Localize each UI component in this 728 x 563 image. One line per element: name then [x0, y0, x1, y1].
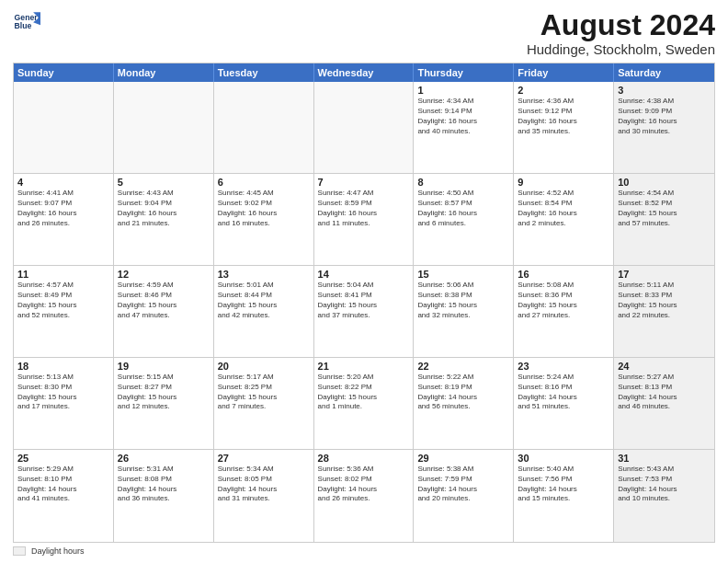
day-number: 10 — [618, 177, 711, 188]
day-number: 21 — [318, 361, 410, 372]
day-info: Sunrise: 5:20 AM Sunset: 8:22 PM Dayligh… — [318, 373, 410, 412]
day-number: 19 — [118, 361, 210, 372]
day-info: Sunrise: 5:01 AM Sunset: 8:44 PM Dayligh… — [218, 281, 310, 320]
day-info: Sunrise: 5:34 AM Sunset: 8:05 PM Dayligh… — [218, 465, 310, 504]
day-number: 22 — [417, 361, 509, 372]
day-number: 8 — [417, 177, 509, 188]
legend-label: Daylight hours — [31, 546, 85, 556]
weekday-header: Saturday — [614, 63, 714, 82]
calendar-week: 4Sunrise: 4:41 AM Sunset: 9:07 PM Daylig… — [14, 174, 714, 266]
day-number: 2 — [518, 85, 609, 96]
day-info: Sunrise: 4:50 AM Sunset: 8:57 PM Dayligh… — [417, 189, 509, 228]
day-number: 13 — [218, 269, 310, 280]
calendar-cell: 25Sunrise: 5:29 AM Sunset: 8:10 PM Dayli… — [14, 450, 114, 542]
calendar-body: 1Sunrise: 4:34 AM Sunset: 9:14 PM Daylig… — [14, 82, 714, 542]
day-number: 20 — [218, 361, 310, 372]
day-info: Sunrise: 4:47 AM Sunset: 8:59 PM Dayligh… — [318, 189, 410, 228]
day-info: Sunrise: 4:45 AM Sunset: 9:02 PM Dayligh… — [218, 189, 310, 228]
calendar-cell: 18Sunrise: 5:13 AM Sunset: 8:30 PM Dayli… — [14, 358, 114, 449]
page-subtitle: Huddinge, Stockholm, Sweden — [527, 41, 715, 57]
logo-icon: General Blue — [13, 9, 40, 37]
day-info: Sunrise: 4:54 AM Sunset: 8:52 PM Dayligh… — [618, 189, 711, 228]
day-number: 28 — [318, 453, 410, 464]
day-info: Sunrise: 5:22 AM Sunset: 8:19 PM Dayligh… — [417, 373, 509, 412]
weekday-header: Tuesday — [214, 63, 314, 82]
day-number: 4 — [17, 177, 109, 188]
logo: General Blue — [13, 9, 40, 37]
calendar-cell: 9Sunrise: 4:52 AM Sunset: 8:54 PM Daylig… — [514, 174, 614, 265]
calendar-cell — [214, 82, 314, 173]
day-info: Sunrise: 5:17 AM Sunset: 8:25 PM Dayligh… — [218, 373, 310, 412]
calendar-cell — [114, 82, 214, 173]
calendar-cell: 24Sunrise: 5:27 AM Sunset: 8:13 PM Dayli… — [614, 358, 714, 449]
day-info: Sunrise: 4:41 AM Sunset: 9:07 PM Dayligh… — [17, 189, 109, 228]
svg-text:Blue: Blue — [15, 21, 32, 30]
calendar-cell: 12Sunrise: 4:59 AM Sunset: 8:46 PM Dayli… — [114, 266, 214, 357]
day-number: 18 — [17, 361, 109, 372]
day-info: Sunrise: 5:24 AM Sunset: 8:16 PM Dayligh… — [518, 373, 609, 412]
day-info: Sunrise: 4:34 AM Sunset: 9:14 PM Dayligh… — [417, 97, 509, 136]
weekday-header: Wednesday — [314, 63, 415, 82]
day-number: 9 — [518, 177, 609, 188]
day-number: 12 — [118, 269, 210, 280]
day-info: Sunrise: 5:40 AM Sunset: 7:56 PM Dayligh… — [518, 465, 609, 504]
day-number: 3 — [618, 85, 711, 96]
calendar-cell: 31Sunrise: 5:43 AM Sunset: 7:53 PM Dayli… — [614, 450, 714, 542]
weekday-header: Sunday — [14, 63, 114, 82]
calendar-cell: 3Sunrise: 4:38 AM Sunset: 9:09 PM Daylig… — [614, 82, 714, 173]
day-info: Sunrise: 5:27 AM Sunset: 8:13 PM Dayligh… — [618, 373, 711, 412]
calendar-cell: 13Sunrise: 5:01 AM Sunset: 8:44 PM Dayli… — [214, 266, 314, 357]
calendar-cell: 6Sunrise: 4:45 AM Sunset: 9:02 PM Daylig… — [214, 174, 314, 265]
calendar-cell: 21Sunrise: 5:20 AM Sunset: 8:22 PM Dayli… — [314, 358, 415, 449]
weekday-header: Thursday — [414, 63, 514, 82]
day-info: Sunrise: 4:36 AM Sunset: 9:12 PM Dayligh… — [518, 97, 609, 136]
day-number: 30 — [518, 453, 609, 464]
calendar-cell: 16Sunrise: 5:08 AM Sunset: 8:36 PM Dayli… — [514, 266, 614, 357]
calendar-cell: 11Sunrise: 4:57 AM Sunset: 8:49 PM Dayli… — [14, 266, 114, 357]
day-info: Sunrise: 5:36 AM Sunset: 8:02 PM Dayligh… — [318, 465, 410, 504]
day-number: 6 — [218, 177, 310, 188]
calendar-cell: 1Sunrise: 4:34 AM Sunset: 9:14 PM Daylig… — [414, 82, 514, 173]
calendar-cell: 8Sunrise: 4:50 AM Sunset: 8:57 PM Daylig… — [414, 174, 514, 265]
calendar-cell — [314, 82, 415, 173]
day-info: Sunrise: 5:31 AM Sunset: 8:08 PM Dayligh… — [118, 465, 210, 504]
calendar-week: 18Sunrise: 5:13 AM Sunset: 8:30 PM Dayli… — [14, 358, 714, 450]
calendar-cell: 14Sunrise: 5:04 AM Sunset: 8:41 PM Dayli… — [314, 266, 415, 357]
calendar-cell: 10Sunrise: 4:54 AM Sunset: 8:52 PM Dayli… — [614, 174, 714, 265]
day-number: 1 — [417, 85, 509, 96]
day-number: 23 — [518, 361, 609, 372]
calendar-cell: 20Sunrise: 5:17 AM Sunset: 8:25 PM Dayli… — [214, 358, 314, 449]
weekday-header: Monday — [114, 63, 214, 82]
day-number: 14 — [318, 269, 410, 280]
calendar-cell: 29Sunrise: 5:38 AM Sunset: 7:59 PM Dayli… — [414, 450, 514, 542]
day-number: 26 — [118, 453, 210, 464]
calendar: SundayMondayTuesdayWednesdayThursdayFrid… — [13, 63, 715, 543]
calendar-cell: 28Sunrise: 5:36 AM Sunset: 8:02 PM Dayli… — [314, 450, 415, 542]
day-info: Sunrise: 4:38 AM Sunset: 9:09 PM Dayligh… — [618, 97, 711, 136]
calendar-cell: 22Sunrise: 5:22 AM Sunset: 8:19 PM Dayli… — [414, 358, 514, 449]
legend: Daylight hours — [13, 546, 715, 556]
day-info: Sunrise: 4:52 AM Sunset: 8:54 PM Dayligh… — [518, 189, 609, 228]
day-info: Sunrise: 5:13 AM Sunset: 8:30 PM Dayligh… — [17, 373, 109, 412]
page-title: August 2024 — [527, 9, 715, 41]
day-number: 7 — [318, 177, 410, 188]
calendar-cell: 15Sunrise: 5:06 AM Sunset: 8:38 PM Dayli… — [414, 266, 514, 357]
calendar-cell: 4Sunrise: 4:41 AM Sunset: 9:07 PM Daylig… — [14, 174, 114, 265]
calendar-cell: 17Sunrise: 5:11 AM Sunset: 8:33 PM Dayli… — [614, 266, 714, 357]
calendar-cell: 19Sunrise: 5:15 AM Sunset: 8:27 PM Dayli… — [114, 358, 214, 449]
calendar-week: 25Sunrise: 5:29 AM Sunset: 8:10 PM Dayli… — [14, 450, 714, 542]
day-number: 16 — [518, 269, 609, 280]
day-info: Sunrise: 5:43 AM Sunset: 7:53 PM Dayligh… — [618, 465, 711, 504]
calendar-cell — [14, 82, 114, 173]
calendar-cell: 23Sunrise: 5:24 AM Sunset: 8:16 PM Dayli… — [514, 358, 614, 449]
day-number: 5 — [118, 177, 210, 188]
calendar-week: 11Sunrise: 4:57 AM Sunset: 8:49 PM Dayli… — [14, 266, 714, 358]
calendar-cell: 27Sunrise: 5:34 AM Sunset: 8:05 PM Dayli… — [214, 450, 314, 542]
calendar-cell: 2Sunrise: 4:36 AM Sunset: 9:12 PM Daylig… — [514, 82, 614, 173]
calendar-cell: 7Sunrise: 4:47 AM Sunset: 8:59 PM Daylig… — [314, 174, 415, 265]
day-info: Sunrise: 5:38 AM Sunset: 7:59 PM Dayligh… — [417, 465, 509, 504]
day-number: 11 — [17, 269, 109, 280]
calendar-week: 1Sunrise: 4:34 AM Sunset: 9:14 PM Daylig… — [14, 82, 714, 174]
day-info: Sunrise: 4:57 AM Sunset: 8:49 PM Dayligh… — [17, 281, 109, 320]
weekday-header: Friday — [514, 63, 614, 82]
